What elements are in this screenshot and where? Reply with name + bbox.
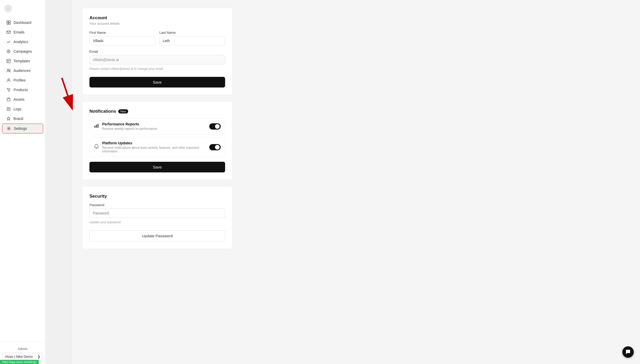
- last-name-label: Last Name: [159, 31, 225, 35]
- products-icon: [6, 87, 11, 92]
- platform-text: Platform Updates Receive notifications a…: [102, 141, 201, 153]
- account-subtitle: Your account details: [89, 22, 225, 25]
- password-group: Password Update your password: [89, 203, 225, 228]
- chat-button[interactable]: [622, 346, 634, 358]
- svg-rect-16: [94, 126, 95, 128]
- platform-desc: Receive notifications about team activit…: [102, 146, 201, 153]
- dashboard-icon: [6, 20, 11, 25]
- emails-icon: [6, 30, 11, 35]
- sidebar-item-emails[interactable]: Emails: [2, 28, 43, 37]
- sidebar-item-settings[interactable]: Settings: [2, 124, 43, 133]
- platform-toggle[interactable]: [209, 144, 221, 150]
- update-password-button[interactable]: Update Password: [89, 230, 225, 241]
- sidebar-item-label: Assets: [14, 97, 24, 102]
- assets-icon: [6, 97, 11, 102]
- email-label: Email: [89, 50, 225, 53]
- new-badge: New: [118, 109, 128, 113]
- svg-rect-0: [7, 21, 8, 22]
- sidebar-item-label: Logs: [14, 107, 21, 111]
- app-logo: ○: [4, 5, 12, 12]
- platform-left: Platform Updates Receive notifications a…: [94, 141, 201, 153]
- password-input[interactable]: [89, 208, 225, 218]
- templates-icon: [6, 59, 11, 63]
- audiences-icon: [6, 68, 11, 73]
- svg-rect-18: [97, 124, 99, 128]
- admin-label: Admin: [2, 345, 43, 352]
- brand-icon: [6, 116, 11, 121]
- security-card: Security Password Update your password U…: [82, 186, 233, 249]
- performance-left: Performance Reports Receive weekly repor…: [94, 122, 157, 131]
- workspace-name: Alvas | Nike Demo: [5, 355, 33, 359]
- notifications-save-button[interactable]: Save: [89, 162, 225, 172]
- svg-point-11: [9, 91, 10, 91]
- svg-rect-1: [9, 21, 10, 22]
- profiles-icon: [6, 78, 11, 83]
- password-label: Password: [89, 203, 225, 207]
- svg-rect-3: [9, 23, 10, 24]
- performance-toggle[interactable]: [209, 123, 221, 130]
- sidebar-nav: Dashboard Emails Analytics Campaigns Tem: [0, 16, 45, 342]
- sidebar-item-label: Templates: [14, 59, 30, 63]
- performance-reports-item: Performance Reports Receive weekly repor…: [89, 118, 225, 134]
- notifications-card: Notifications New Performance Reports Re…: [82, 101, 233, 180]
- campaigns-icon: [6, 49, 11, 54]
- logs-icon: [6, 107, 11, 111]
- first-name-input[interactable]: [89, 36, 155, 45]
- sidebar: ○ Dashboard Emails Analytics Campaigns: [0, 0, 45, 364]
- svg-point-14: [8, 128, 10, 129]
- sidebar-item-analytics[interactable]: Analytics: [2, 37, 43, 46]
- account-card: Account Your account details First Name …: [82, 8, 233, 95]
- sidebar-item-logs[interactable]: Logs: [2, 104, 43, 114]
- sidebar-item-label: Campaigns: [14, 49, 32, 53]
- main-area: Account Your account details First Name …: [45, 0, 640, 364]
- svg-point-5: [7, 50, 10, 53]
- sidebar-item-label: Brand: [14, 117, 23, 121]
- sidebar-item-brand[interactable]: Brand: [2, 114, 43, 123]
- performance-title: Performance Reports: [102, 122, 157, 126]
- sidebar-item-label: Products: [14, 88, 28, 92]
- sidebar-item-products[interactable]: Products: [2, 85, 43, 95]
- svg-rect-17: [96, 125, 97, 128]
- analytics-icon: [6, 39, 11, 44]
- svg-point-6: [8, 51, 9, 52]
- sidebar-item-label: Settings: [14, 126, 27, 131]
- content-area: Account Your account details First Name …: [71, 0, 640, 364]
- sidebar-item-label: Analytics: [14, 40, 28, 44]
- sidebar-item-dashboard[interactable]: Dashboard: [2, 18, 43, 27]
- platform-updates-item: Platform Updates Receive notifications a…: [89, 137, 225, 157]
- last-name-input[interactable]: [159, 36, 225, 45]
- email-help: Please contact villads@alvas.ai to chang…: [89, 67, 225, 71]
- workspace-chevron: ❯: [37, 355, 40, 359]
- sidebar-item-assets[interactable]: Assets: [2, 95, 43, 104]
- sidebar-item-label: Audiences: [14, 69, 30, 73]
- name-row: First Name Last Name: [89, 31, 225, 45]
- sidebar-item-templates[interactable]: Templates: [2, 56, 43, 66]
- last-name-group: Last Name: [159, 31, 225, 45]
- sidebar-item-campaigns[interactable]: Campaigns: [2, 47, 43, 56]
- first-name-group: First Name: [89, 31, 155, 45]
- security-title: Security: [89, 194, 225, 199]
- account-save-button[interactable]: Save: [89, 77, 225, 87]
- bar-chart-icon: [94, 123, 99, 130]
- notifications-title: Notifications: [89, 109, 116, 114]
- performance-desc: Receive weekly reports on performance: [102, 127, 157, 131]
- sidebar-item-audiences[interactable]: Audiences: [2, 66, 43, 75]
- sidebar-item-label: Profiles: [14, 78, 26, 82]
- svg-rect-4: [7, 31, 10, 33]
- sub-panel: [45, 0, 71, 364]
- svg-rect-2: [7, 23, 8, 24]
- svg-point-9: [8, 79, 9, 80]
- logo-area: ○: [0, 0, 45, 16]
- svg-point-8: [7, 69, 9, 71]
- svg-rect-12: [7, 98, 10, 101]
- status-bar: https://app.alvas.ai/settings: [0, 360, 39, 364]
- svg-point-10: [8, 91, 9, 91]
- performance-text: Performance Reports Receive weekly repor…: [102, 122, 157, 131]
- svg-rect-7: [7, 59, 10, 63]
- email-input[interactable]: [89, 55, 225, 64]
- sidebar-item-label: Emails: [14, 30, 24, 34]
- first-name-label: First Name: [89, 31, 155, 35]
- notifications-header: Notifications New: [89, 109, 225, 114]
- email-group: Email Please contact villads@alvas.ai to…: [89, 50, 225, 75]
- sidebar-item-profiles[interactable]: Profiles: [2, 76, 43, 85]
